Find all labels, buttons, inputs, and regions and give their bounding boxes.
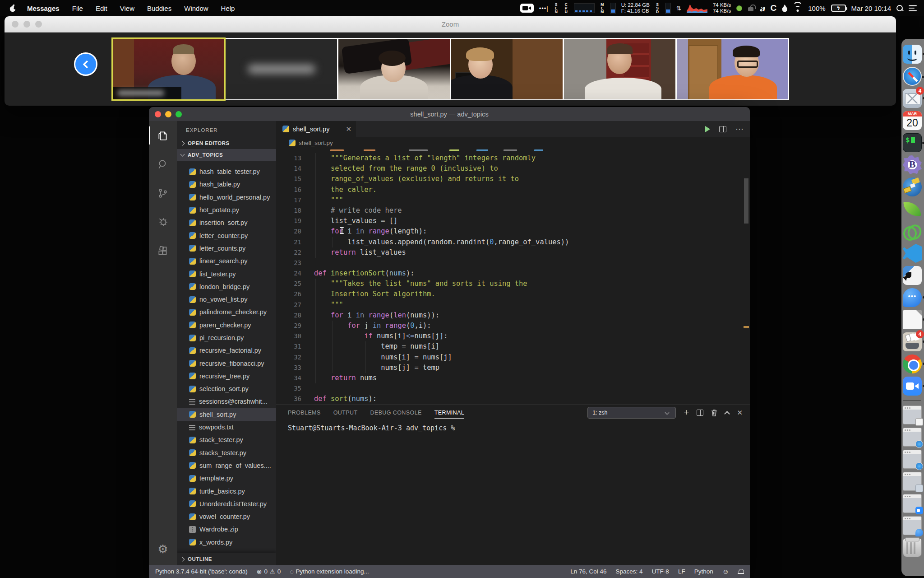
tab-close-icon[interactable] <box>346 125 351 133</box>
ssd-stat-label[interactable]: SSD <box>655 3 660 14</box>
c-menu-icon[interactable]: C <box>771 3 777 13</box>
close-button[interactable] <box>155 111 161 117</box>
zoom-video-tile-2[interactable] <box>226 39 337 99</box>
memory-usage-readout[interactable]: U: 22.84 GB F: 41.16 GB <box>621 2 650 14</box>
terminal-icon[interactable]: $ <box>903 133 922 152</box>
zoom-title-bar[interactable]: Zoom <box>5 16 896 33</box>
folder-section[interactable]: ADV_TOPICS <box>177 149 276 161</box>
extensions-icon[interactable] <box>149 237 177 266</box>
close-button[interactable] <box>12 21 18 28</box>
messages-icon[interactable]: ••• <box>903 288 922 307</box>
run-debug-icon[interactable] <box>149 208 177 237</box>
menu-messages[interactable]: Messages <box>21 5 66 12</box>
file-item-recursive-tree-py[interactable]: recursive_tree.py <box>177 370 276 382</box>
status-green-dot-icon[interactable] <box>736 5 742 11</box>
mem-stat-label[interactable]: MEM <box>600 3 605 14</box>
file-item-selection-sort-py[interactable]: selection_sort.py <box>177 382 276 395</box>
file-item-pi-recursion-py[interactable]: pi_recursion.py <box>177 331 276 344</box>
maximize-panel-icon[interactable] <box>725 411 730 417</box>
extension-loading-status[interactable]: Python extension loading... <box>290 568 369 575</box>
file-item-vowel-counter-py[interactable]: vowel_counter.py <box>177 510 276 523</box>
minimize-button[interactable] <box>23 21 30 28</box>
notification-center-icon[interactable] <box>909 5 917 11</box>
panel-tab-output[interactable]: OUTPUT <box>333 405 358 420</box>
file-item-unorderedlisttester-py[interactable]: UnorderedListTester.py <box>177 498 276 510</box>
more-actions-icon[interactable] <box>735 127 744 131</box>
zoom-previous-page-button[interactable] <box>74 52 97 76</box>
file-item-hello-world-personal-py[interactable]: hello_world_personal.py <box>177 191 276 204</box>
document-icon[interactable] <box>903 310 922 329</box>
file-item-linear-search-py[interactable]: linear_search.py <box>177 255 276 267</box>
bbedit-icon[interactable]: B <box>903 155 922 174</box>
minimized-window-safari-3[interactable] <box>903 450 922 469</box>
source-control-icon[interactable] <box>149 179 177 208</box>
trash-icon[interactable] <box>903 538 922 557</box>
cpu-graph-icon[interactable] <box>574 3 595 13</box>
panel-tab-problems[interactable]: PROBLEMS <box>288 405 321 420</box>
file-item-paren-checker-py[interactable]: paren_checker.py <box>177 319 276 331</box>
script-a-menu-icon[interactable]: a <box>759 3 765 13</box>
zoom-traffic-lights[interactable] <box>12 16 42 32</box>
menu-help[interactable]: Help <box>215 5 241 12</box>
file-item-palindrome-checker-py[interactable]: palindrome_checker.py <box>177 306 276 318</box>
file-item-wardrobe-zip[interactable]: Wardrobe.zip <box>177 523 276 536</box>
manage-gear-icon[interactable]: ⚙ <box>149 538 177 560</box>
indentation-status[interactable]: Spaces: 4 <box>616 568 643 575</box>
tab-shell-sort[interactable]: shell_sort.py <box>276 121 356 137</box>
file-item-hash-table-tester-py[interactable]: hash_table_tester.py <box>177 165 276 178</box>
file-item-shell-sort-py[interactable]: shell_sort.py <box>177 408 276 421</box>
kill-terminal-trash-icon[interactable] <box>711 409 717 416</box>
mem-bar-icon[interactable] <box>610 3 616 14</box>
maximize-button[interactable] <box>176 111 182 117</box>
calendar-icon[interactable]: MAR20 <box>903 111 922 130</box>
file-item-insertion-sort-py[interactable]: insertion_sort.py <box>177 216 276 229</box>
notifications-bell-icon[interactable] <box>738 569 744 574</box>
wifi-icon[interactable] <box>793 5 803 12</box>
unlocked-padlock-icon[interactable] <box>748 5 754 12</box>
open-editors-section[interactable]: OPEN EDITORS <box>177 137 276 149</box>
close-panel-icon[interactable] <box>737 409 743 417</box>
cursor-position-status[interactable]: Ln 76, Col 46 <box>570 568 606 575</box>
menu-file[interactable]: File <box>66 5 89 12</box>
encoding-status[interactable]: UTF-8 <box>652 568 669 575</box>
network-arrows-icon[interactable]: ⇅ <box>676 5 681 12</box>
zoom-video-tile-4[interactable] <box>451 39 563 99</box>
explorer-icon[interactable] <box>149 121 177 150</box>
breadcrumb[interactable]: shell_sort.py <box>276 137 750 149</box>
menu-bar-clock[interactable]: Mar 20 10:14 <box>851 5 891 12</box>
vscode-title-bar[interactable]: shell_sort.py — adv_topics <box>149 107 750 121</box>
zoom-meeting-indicator-icon[interactable] <box>520 4 534 13</box>
spotlight-search-icon[interactable] <box>896 5 903 12</box>
search-icon[interactable] <box>149 150 177 179</box>
menu-edit[interactable]: Edit <box>89 5 114 12</box>
menu-view[interactable]: View <box>114 5 141 12</box>
terminal-shell-select[interactable]: 1: zsh <box>587 407 676 419</box>
leaf-icon[interactable] <box>903 200 922 219</box>
code-editor[interactable]: 13 """Generates a list of "length" integ… <box>276 149 750 405</box>
file-item-x-words-py[interactable]: x_words.py <box>177 536 276 549</box>
apple-menu-icon[interactable] <box>9 4 16 13</box>
minimized-window-messages-6[interactable] <box>903 516 922 535</box>
file-item-recursive-factorial-py[interactable]: recursive_factorial.py <box>177 344 276 357</box>
finder-icon[interactable] <box>903 45 922 64</box>
file-item-london-bridge-py[interactable]: london_bridge.py <box>177 280 276 293</box>
chrome-icon[interactable] <box>903 354 922 373</box>
zoom-video-tile-5[interactable] <box>564 39 675 99</box>
network-speed-readout[interactable]: 74 KB/s 74 KB/s <box>713 2 731 14</box>
satellite-icon[interactable] <box>903 177 922 196</box>
problems-status[interactable]: 0 0 <box>257 568 281 575</box>
file-item-recursive-fibonacci-py[interactable]: recursive_fibonacci.py <box>177 357 276 369</box>
split-terminal-icon[interactable] <box>697 410 703 416</box>
file-item-list-tester-py[interactable]: list_tester.py <box>177 267 276 280</box>
feedback-smiley-icon[interactable] <box>722 568 729 575</box>
ssd-bar-icon[interactable] <box>665 3 671 14</box>
minimized-window-doc-1[interactable] <box>903 406 922 424</box>
file-item-sowpods-txt[interactable]: sowpods.txt <box>177 421 276 434</box>
zoom-button[interactable] <box>35 21 42 28</box>
sensors-stat-label[interactable]: SEN <box>554 3 559 14</box>
file-item-stack-tester-py[interactable]: stack_tester.py <box>177 434 276 446</box>
flame-menu-icon[interactable] <box>782 5 787 12</box>
file-item-turtle-basics-py[interactable]: turtle_basics.py <box>177 485 276 497</box>
zoom-video-tile-1[interactable] <box>113 39 224 99</box>
file-item-no-vowel-list-py[interactable]: no_vowel_list.py <box>177 293 276 306</box>
